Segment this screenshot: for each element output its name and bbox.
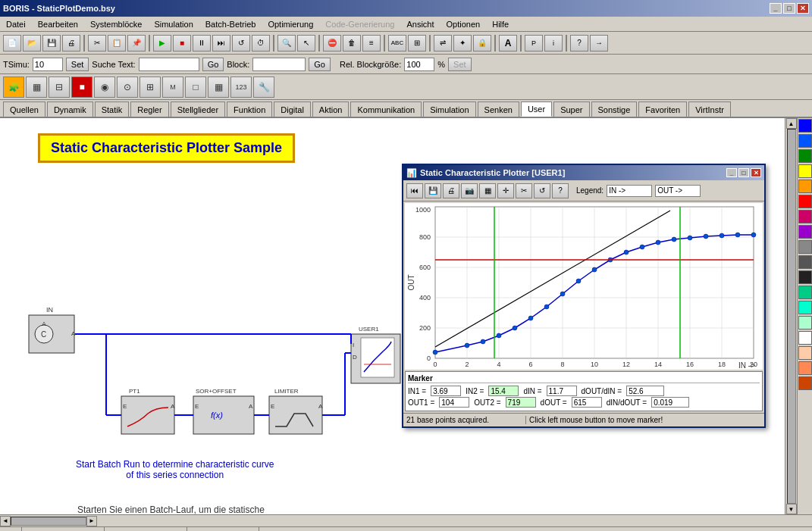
tab-sonstige[interactable]: Sonstige	[591, 102, 638, 117]
menu-systembloecke[interactable]: Systemblöcke	[87, 19, 145, 30]
tsimu-input[interactable]	[33, 58, 63, 71]
scroll-track[interactable]	[787, 129, 796, 504]
tab-stellglieder[interactable]: Stellglieder	[171, 102, 225, 117]
maximize-button[interactable]: □	[783, 3, 795, 14]
color-swatch-peach[interactable]	[798, 346, 812, 360]
stop-button[interactable]: ■	[173, 35, 191, 52]
plotter-close-button[interactable]: ✕	[751, 168, 761, 177]
plotter-minimize-button[interactable]: _	[726, 168, 737, 177]
step-button[interactable]: ⏭	[212, 35, 230, 52]
suche-go-button[interactable]: Go	[202, 58, 224, 71]
color-swatch-purple[interactable]	[798, 225, 812, 239]
tab-funktion[interactable]: Funktion	[227, 102, 272, 117]
distribute-button[interactable]: ⇌	[434, 35, 452, 52]
color-swatch-salmon[interactable]	[798, 361, 812, 375]
block-info-button[interactable]: i	[544, 35, 563, 52]
tab-senken[interactable]: Senken	[478, 102, 519, 117]
connect-button[interactable]: ⛔	[323, 35, 341, 52]
scroll-right-button[interactable]: ►	[86, 516, 97, 526]
print-button[interactable]: 🖨	[62, 35, 80, 52]
timer-button[interactable]: ⏱	[252, 35, 270, 52]
icon-btn-8[interactable]: M	[162, 77, 183, 98]
lock-button[interactable]: 🔒	[473, 35, 491, 52]
menu-batch[interactable]: Batch-Betrieb	[202, 19, 259, 30]
menu-simulation[interactable]: Simulation	[151, 19, 196, 30]
in1-input[interactable]	[431, 386, 461, 396]
tab-statik[interactable]: Statik	[95, 102, 130, 117]
block-go-button[interactable]: Go	[309, 58, 331, 71]
color-swatch-red[interactable]	[798, 195, 812, 208]
icon-btn-9[interactable]: □	[185, 77, 206, 98]
close-button[interactable]: ✕	[797, 3, 809, 14]
tab-favoriten[interactable]: Favoriten	[638, 102, 687, 117]
cut-button[interactable]: ✂	[88, 35, 106, 52]
plotter-print-button[interactable]: 🖨	[443, 183, 459, 198]
menu-bearbeiten[interactable]: Bearbeiten	[35, 19, 81, 30]
plotter-save-button[interactable]: 💾	[425, 183, 441, 198]
color-swatch-gray[interactable]	[798, 240, 812, 254]
plotter-add-button[interactable]: ✛	[497, 183, 514, 198]
color-swatch-orange[interactable]	[798, 180, 812, 193]
plotter-undo-button[interactable]: ↺	[534, 183, 550, 198]
plotter-camera-button[interactable]: 📷	[461, 183, 478, 198]
paste-button[interactable]: 📌	[127, 35, 146, 52]
grid-button[interactable]: ⊞	[408, 35, 426, 52]
delete-button[interactable]: 🗑	[343, 35, 361, 52]
icon-btn-7[interactable]: ⊞	[140, 77, 161, 98]
out2-input[interactable]	[506, 397, 536, 408]
tab-regler[interactable]: Regler	[130, 102, 168, 117]
chart-area[interactable]: OUT IN -> 0 200 400 600 800 1000	[405, 203, 763, 370]
tab-dynamik[interactable]: Dynamik	[47, 102, 93, 117]
canvas-area[interactable]: Static Characteristic Plotter Sample IN …	[0, 118, 785, 514]
rel-set-button[interactable]: Set	[448, 58, 472, 71]
tab-kommunikation[interactable]: Kommunikation	[350, 102, 422, 117]
align-button[interactable]: ≡	[362, 35, 381, 52]
param-button[interactable]: P	[525, 35, 543, 52]
block-input[interactable]	[252, 58, 306, 71]
color-swatch-yellow[interactable]	[798, 164, 812, 178]
open-button[interactable]: 📂	[23, 35, 41, 52]
scroll-left-button[interactable]: ◄	[0, 516, 11, 526]
legend-in-input[interactable]	[607, 185, 652, 197]
tab-digital[interactable]: Digital	[274, 102, 311, 117]
dout-din-input[interactable]	[626, 386, 664, 396]
icon-btn-1[interactable]: 🧩	[3, 77, 24, 98]
minimize-button[interactable]: _	[770, 3, 782, 14]
tab-super[interactable]: Super	[553, 102, 589, 117]
save-button[interactable]: 💾	[42, 35, 61, 52]
icon-btn-3[interactable]: ⊟	[49, 77, 70, 98]
horizontal-scroll-track[interactable]	[11, 517, 86, 526]
in2-input[interactable]	[488, 386, 519, 396]
menu-optionen[interactable]: Optionen	[444, 19, 484, 30]
color-swatch-green[interactable]	[798, 149, 812, 163]
plotter-first-button[interactable]: ⏮	[406, 183, 423, 198]
pointer-button[interactable]: ↖	[297, 35, 315, 52]
plotter-maximize-button[interactable]: □	[738, 168, 749, 177]
tab-quellen[interactable]: Quellen	[3, 102, 45, 117]
run-button[interactable]: ▶	[153, 35, 171, 52]
plotter-help-button[interactable]: ?	[552, 183, 569, 198]
din-dout-input[interactable]	[651, 397, 689, 408]
scroll-down-button[interactable]: ▼	[786, 504, 797, 514]
menu-optimierung[interactable]: Optimierung	[265, 19, 316, 30]
icon-btn-6[interactable]: ⊙	[117, 77, 138, 98]
plotter-cut-button[interactable]: ✂	[516, 183, 532, 198]
tab-user[interactable]: User	[521, 102, 552, 117]
color-swatch-blue2[interactable]	[798, 134, 812, 148]
help-button[interactable]: ?	[570, 35, 588, 52]
new-button[interactable]: 📄	[3, 35, 21, 52]
tab-virtinstr[interactable]: VirtInstr	[688, 102, 731, 117]
legend-out-input[interactable]	[655, 185, 701, 197]
color-swatch-cyan[interactable]	[798, 301, 812, 314]
menu-datei[interactable]: Datei	[3, 19, 29, 30]
pause-button[interactable]: ⏸	[193, 35, 211, 52]
out1-input[interactable]	[439, 397, 469, 408]
color-swatch-teal[interactable]	[798, 286, 812, 299]
color-swatch-blue[interactable]	[798, 119, 812, 133]
din-input[interactable]	[547, 386, 577, 396]
snap-button[interactable]: ✦	[453, 35, 472, 52]
scroll-up-button[interactable]: ▲	[786, 118, 797, 129]
rel-input[interactable]	[404, 58, 434, 71]
zoom-in-button[interactable]: 🔍	[277, 35, 296, 52]
plotter-grid-button[interactable]: ▦	[479, 183, 496, 198]
